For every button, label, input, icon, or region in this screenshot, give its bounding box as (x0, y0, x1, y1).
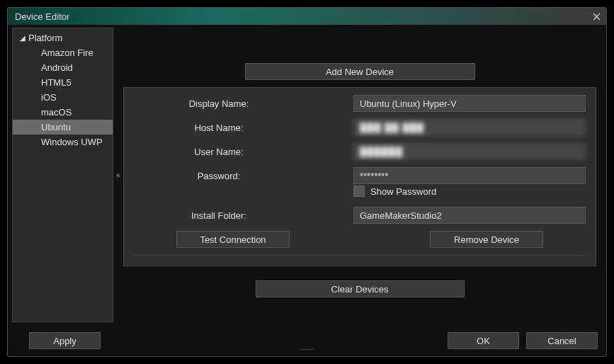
host-name-input[interactable] (353, 119, 586, 136)
show-password-checkbox[interactable] (353, 186, 365, 197)
clear-devices-button[interactable]: Clear Devices (256, 280, 465, 297)
sidebar-collapse-handle[interactable]: « (113, 28, 123, 322)
test-connection-button[interactable]: Test Connection (176, 231, 290, 248)
ok-button[interactable]: OK (448, 332, 519, 349)
window-title: Device Editor (15, 11, 69, 22)
apply-button[interactable]: Apply (29, 332, 101, 349)
chevron-left-icon: « (116, 171, 120, 179)
device-form-panel: Display Name: Host Name: User Name: Pass… (123, 87, 596, 266)
user-name-input[interactable] (353, 143, 586, 160)
password-input[interactable] (353, 167, 586, 184)
platform-sidebar: ◢ Platform Amazon Fire Android HTML5 iOS… (12, 28, 113, 322)
sidebar-item-android[interactable]: Android (13, 60, 113, 75)
close-button[interactable] (588, 8, 605, 25)
sidebar-item-amazon-fire[interactable]: Amazon Fire (13, 45, 113, 60)
sidebar-item-label: Android (41, 62, 73, 73)
sidebar-item-label: HTML5 (41, 77, 72, 88)
tree-root-label: Platform (28, 33, 62, 43)
titlebar: Device Editor (8, 8, 606, 25)
device-editor-dialog: Device Editor ◢ Platform Amazon Fire And… (7, 7, 607, 357)
sidebar-item-label: Amazon Fire (41, 47, 93, 58)
install-folder-label: Install Folder: (134, 210, 353, 221)
cancel-button[interactable]: Cancel (526, 332, 598, 349)
sidebar-item-ubuntu[interactable]: Ubuntu (13, 120, 113, 135)
main-panel: Add New Device Display Name: Host Name: … (123, 28, 602, 322)
sidebar-item-macos[interactable]: macOS (13, 105, 113, 120)
user-name-label: User Name: (134, 147, 353, 157)
sidebar-item-windows-uwp[interactable]: Windows UWP (13, 135, 113, 149)
sidebar-item-ios[interactable]: iOS (13, 90, 113, 105)
dialog-footer: Apply OK Cancel (8, 332, 606, 349)
resize-grip (290, 349, 325, 352)
sidebar-item-label: Windows UWP (41, 137, 103, 147)
tree-root-platform[interactable]: ◢ Platform (13, 30, 113, 45)
expand-arrow-icon: ◢ (20, 34, 25, 42)
show-password-label: Show Password (370, 186, 436, 197)
remove-device-button[interactable]: Remove Device (430, 231, 543, 248)
display-name-input[interactable] (353, 95, 586, 112)
sidebar-item-label: macOS (41, 107, 72, 118)
sidebar-item-label: iOS (41, 92, 57, 103)
add-new-device-button[interactable]: Add New Device (245, 63, 475, 80)
install-folder-input[interactable] (353, 207, 586, 224)
sidebar-item-html5[interactable]: HTML5 (13, 75, 113, 90)
password-label: Password: (134, 171, 353, 181)
close-icon (593, 13, 601, 21)
display-name-label: Display Name: (134, 98, 353, 109)
host-name-label: Host Name: (134, 123, 353, 133)
panel-divider (134, 255, 586, 256)
sidebar-item-label: Ubuntu (41, 122, 71, 132)
